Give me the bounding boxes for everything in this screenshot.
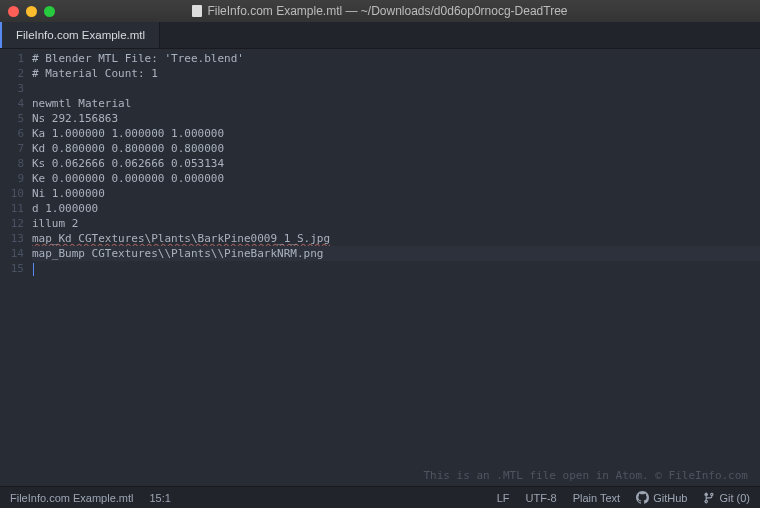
code-line[interactable]: Kd 0.800000 0.800000 0.800000 [32,141,760,156]
line-number: 14 [0,246,24,261]
text-cursor [33,263,34,276]
code-line[interactable]: # Material Count: 1 [32,66,760,81]
status-github-label: GitHub [653,492,687,504]
code-line[interactable]: # Blender MTL File: 'Tree.blend' [32,51,760,66]
code-line[interactable] [32,81,760,96]
line-number: 13 [0,231,24,246]
code-line[interactable]: d 1.000000 [32,201,760,216]
gutter: 123456789101112131415 [0,49,32,486]
code-line[interactable]: Ks 0.062666 0.062666 0.053134 [32,156,760,171]
line-number: 1 [0,51,24,66]
code-content[interactable]: # Blender MTL File: 'Tree.blend'# Materi… [32,49,760,486]
code-line[interactable]: illum 2 [32,216,760,231]
status-encoding[interactable]: UTF-8 [526,492,557,504]
status-grammar[interactable]: Plain Text [573,492,621,504]
line-number: 6 [0,126,24,141]
git-branch-icon [703,492,715,504]
line-number: 3 [0,81,24,96]
status-file[interactable]: FileInfo.com Example.mtl [10,492,133,504]
code-line[interactable]: map_Kd CGTextures\Plants\BarkPine0009_1_… [32,231,760,246]
code-line[interactable]: Ns 292.156863 [32,111,760,126]
status-git[interactable]: Git (0) [703,492,750,504]
close-window-button[interactable] [8,6,19,17]
code-line[interactable]: Ka 1.000000 1.000000 1.000000 [32,126,760,141]
traffic-lights [8,6,55,17]
code-line[interactable]: Ni 1.000000 [32,186,760,201]
status-git-label: Git (0) [719,492,750,504]
tab-bar: FileInfo.com Example.mtl [0,22,760,49]
file-icon [192,5,202,17]
github-icon [636,491,649,504]
code-line[interactable]: map_Bump CGTextures\\Plants\\PineBarkNRM… [32,246,760,261]
line-number: 9 [0,171,24,186]
line-number: 12 [0,216,24,231]
editor-area[interactable]: 123456789101112131415 # Blender MTL File… [0,49,760,486]
window-title: FileInfo.com Example.mtl — ~/Downloads/d… [0,4,760,18]
status-github[interactable]: GitHub [636,491,687,504]
line-number: 4 [0,96,24,111]
status-cursor[interactable]: 15:1 [149,492,170,504]
window-title-text: FileInfo.com Example.mtl — ~/Downloads/d… [207,4,567,18]
tab-label: FileInfo.com Example.mtl [16,29,145,41]
window-titlebar: FileInfo.com Example.mtl — ~/Downloads/d… [0,0,760,22]
line-number: 10 [0,186,24,201]
minimize-window-button[interactable] [26,6,37,17]
line-number: 7 [0,141,24,156]
line-number: 11 [0,201,24,216]
code-line[interactable] [32,261,760,276]
code-line[interactable]: newmtl Material [32,96,760,111]
status-line-ending[interactable]: LF [497,492,510,504]
line-number: 5 [0,111,24,126]
status-bar: FileInfo.com Example.mtl 15:1 LF UTF-8 P… [0,486,760,508]
line-number: 15 [0,261,24,276]
line-number: 2 [0,66,24,81]
code-line[interactable]: Ke 0.000000 0.000000 0.000000 [32,171,760,186]
tab-active[interactable]: FileInfo.com Example.mtl [0,22,160,48]
watermark-text: This is an .MTL file open in Atom. © Fil… [423,469,748,482]
line-number: 8 [0,156,24,171]
maximize-window-button[interactable] [44,6,55,17]
